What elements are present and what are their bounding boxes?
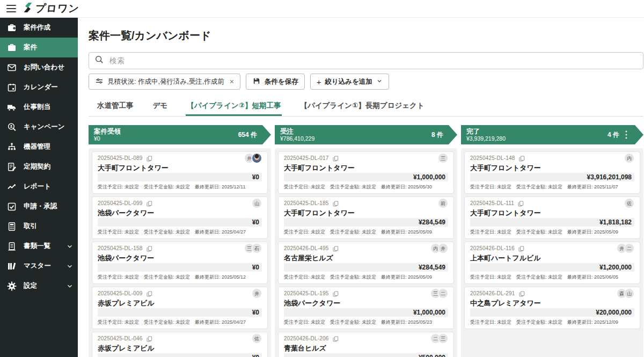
card-title: 名古屋栄ヒルズ <box>284 253 448 262</box>
sidebar-item-label: 申請・承認 <box>24 202 74 211</box>
sidebar-item[interactable]: 書類一覧 <box>0 236 78 256</box>
copy-icon[interactable] <box>332 200 339 207</box>
copy-icon[interactable] <box>332 335 339 342</box>
copy-icon[interactable] <box>332 290 339 297</box>
logo-mark-icon <box>23 2 33 15</box>
sidebar-item[interactable]: キャンペーン <box>0 117 78 137</box>
sidebar-item[interactable]: カレンダー <box>0 77 78 97</box>
kebab-menu-icon[interactable] <box>623 130 630 140</box>
kanban-card[interactable]: 20250426-DL-116 井二 上本町ハートフルビル ¥1,200,000… <box>464 242 640 284</box>
kanban-card[interactable]: 20250425-DL-185 前 大手町フロントタワー ¥284,549 受注… <box>278 196 454 239</box>
add-filter-button[interactable]: + 絞り込みを追加 <box>310 74 389 90</box>
sidebar-item[interactable]: 案件作成 <box>0 18 78 38</box>
card-amount: ¥284,549 <box>284 263 448 272</box>
filter-chip-close-icon[interactable]: × <box>230 77 234 86</box>
card-order-date: 受注予定日: 未設定 <box>284 319 325 326</box>
avatar: 三 <box>438 153 448 163</box>
avatar: 石 <box>252 243 262 253</box>
kanban-card[interactable]: 20250425-DL-158 三石 池袋パークタワー ¥0 受注予定日: 未設… <box>92 242 268 284</box>
card-id: 20250425-DL-099 <box>98 200 143 206</box>
sidebar-item-label: 設定 <box>24 281 60 290</box>
copy-icon[interactable] <box>332 155 339 162</box>
kanban-card[interactable]: 20250426-DL-206 二三 青葉台ヒルズ ¥500,000 受注予定日… <box>278 332 454 357</box>
column-total-amount: ¥0 <box>94 135 121 142</box>
sidebar-item[interactable]: 仕事割当 <box>0 97 78 117</box>
kanban-card[interactable]: 20250425-DL-195 三二 池袋パークタワー ¥1,000,000 受… <box>278 287 454 329</box>
avatar: 二 <box>438 288 448 298</box>
sidebar-item-label: 機器管理 <box>24 142 74 151</box>
card-order-amount: 受注予定金額: 未設定 <box>516 274 562 281</box>
card-title: 池袋パークタワー <box>98 253 262 262</box>
kanban-card[interactable]: 20250425-DL-089 井 大手町フロントタワー ¥0 受注予定日: 未… <box>92 151 268 194</box>
sidebar-item[interactable]: 取引 <box>0 216 78 236</box>
filter-row: 見積状況: 作成中,発行済み,受注,作成前 × 条件を保存 + 絞り込みを追加 <box>89 74 644 90</box>
sidebar-item-label: 案件 <box>24 43 74 52</box>
avatar: 山 <box>624 288 634 298</box>
card-order-date: 受注予定日: 未設定 <box>98 184 139 191</box>
sidebar-item[interactable]: 案件 <box>0 38 78 57</box>
card-title: 大手町フロントタワー <box>470 163 634 172</box>
kanban-card[interactable]: 20250425-DL-111 佐 大手町フロントタワー ¥1,818,182 … <box>464 196 640 239</box>
sidebar-item-label: カレンダー <box>24 83 74 92</box>
card-avatars: 三 <box>441 153 448 163</box>
kanban-card[interactable]: 20250426-DL-291 森山 中之島プレミアタワー ¥20,000,00… <box>464 287 640 329</box>
card-avatars: 森山 <box>619 288 634 298</box>
chevron-down-icon <box>66 243 74 250</box>
sidebar-item[interactable]: お問い合わせ <box>0 57 78 77</box>
avatar: 内 <box>624 153 634 163</box>
avatar: 二 <box>624 243 634 253</box>
card-avatars: 佐 <box>254 333 262 344</box>
copy-icon[interactable] <box>518 155 525 162</box>
copy-icon[interactable] <box>146 335 153 342</box>
sidebar-item[interactable]: 設定 <box>0 276 78 296</box>
card-avatars: 三石 <box>247 243 262 253</box>
sidebar-item[interactable]: マスター <box>0 256 78 276</box>
card-id: 20250425-DL-185 <box>284 200 329 206</box>
card-order-amount: 受注予定金額: 未設定 <box>516 184 562 191</box>
kanban-card[interactable]: 20250425-DL-148 内 大手町フロントタワー ¥3,916,201,… <box>464 151 640 194</box>
search-input[interactable] <box>108 56 638 65</box>
card-id: 20250425-DL-111 <box>470 200 514 206</box>
sidebar-item[interactable]: 機器管理 <box>0 137 78 157</box>
kanban-card[interactable]: 20250426-DL-495 内井 名古屋栄ヒルズ ¥284,549 受注予定… <box>278 242 454 284</box>
pipeline-tab[interactable]: 【パイプライン②】短期工事 <box>186 96 282 116</box>
sidebar-item[interactable]: 定期契約 <box>0 157 78 177</box>
card-avatars: 三二 <box>433 288 448 298</box>
copy-icon[interactable] <box>517 200 524 207</box>
sidebar-item-label: 取引 <box>24 222 74 231</box>
copy-icon[interactable] <box>518 290 525 297</box>
copy-icon[interactable] <box>518 245 525 252</box>
pipeline-tab[interactable]: 【パイプライン①】長期プロジェクト <box>299 96 425 116</box>
card-footer: 受注予定日: 未設定 受注予定金額: 未設定 最終更新日: 2025/05/12 <box>98 274 262 281</box>
copy-icon[interactable] <box>146 155 153 162</box>
hamburger-menu-icon[interactable] <box>6 5 16 12</box>
kanban-card[interactable]: 20250425-DL-099 山 池袋パークタワー ¥0 受注予定日: 未設定… <box>92 196 268 239</box>
sidebar-item-label: お問い合わせ <box>24 63 74 72</box>
sidebar-item[interactable]: 申請・承認 <box>0 196 78 216</box>
chevron-down-icon <box>66 282 74 290</box>
card-title: 赤坂プレミアビル <box>98 344 262 352</box>
kanban-column-body: 20250425-DL-017 三 大手町フロントタワー ¥1,000,000 … <box>275 148 457 357</box>
kanban-card[interactable]: 20250425-DL-017 三 大手町フロントタワー ¥1,000,000 … <box>278 151 454 194</box>
save-conditions-button[interactable]: 条件を保存 <box>246 74 305 90</box>
card-updated: 最終更新日: 2025/05/09 <box>381 274 432 281</box>
copy-icon[interactable] <box>332 245 339 252</box>
kanban-card[interactable]: 20250425-DL-009 井 赤坂プレミアビル ¥0 受注予定日: 未設定… <box>92 287 268 329</box>
filter-chip-estimate-status[interactable]: 見積状況: 作成中,発行済み,受注,作成前 × <box>89 74 240 90</box>
pipeline-tab[interactable]: デモ <box>152 96 169 116</box>
copy-icon[interactable] <box>146 200 153 207</box>
card-order-date: 受注予定日: 未設定 <box>470 184 511 191</box>
pipeline-tab[interactable]: 水道管工事 <box>96 96 135 116</box>
column-count: 654 件 <box>238 130 257 140</box>
card-avatars: 二三 <box>433 333 448 344</box>
sidebar-item-label: マスター <box>24 261 60 271</box>
app-logo[interactable]: プロワン <box>23 2 79 16</box>
sidebar-item-label: 書類一覧 <box>24 242 60 251</box>
copy-icon[interactable] <box>146 290 153 297</box>
avatar: 井 <box>438 243 448 253</box>
kanban-card[interactable]: 20250425-DL-046 佐 赤坂プレミアビル ¥0 受注予定日: 未設定… <box>92 332 268 357</box>
copy-icon[interactable] <box>146 245 153 252</box>
card-order-amount: 受注予定金額: 未設定 <box>144 274 190 281</box>
sidebar-item[interactable]: レポート <box>0 177 78 196</box>
card-order-amount: 受注予定金額: 未設定 <box>144 184 190 191</box>
